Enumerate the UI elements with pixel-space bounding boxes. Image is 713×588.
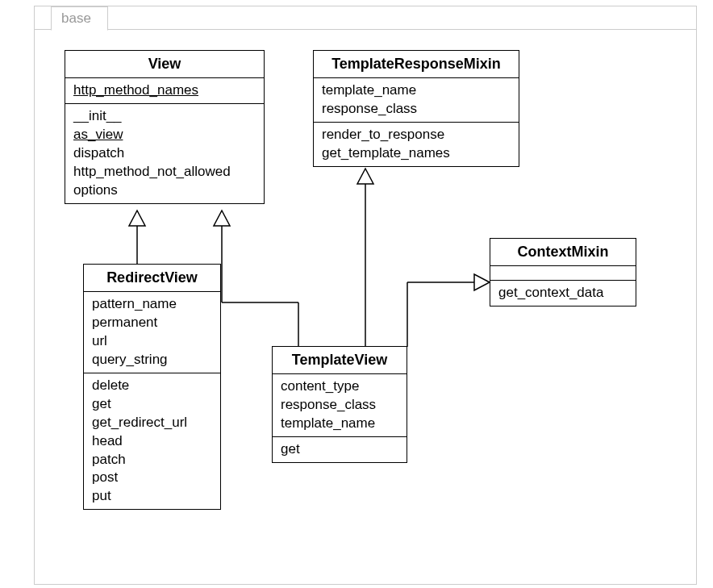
attribute: url — [92, 332, 212, 351]
method: get — [92, 395, 212, 414]
class-template-response-mixin: TemplateResponseMixin template_name resp… — [313, 50, 519, 167]
method: options — [73, 181, 256, 200]
attribute: permanent — [92, 314, 212, 332]
method: get_context_data — [498, 284, 628, 302]
method: dispatch — [73, 144, 256, 163]
attribute: pattern_name — [92, 295, 212, 314]
method: patch — [92, 451, 212, 469]
attribute: content_type — [281, 377, 398, 396]
method: get_redirect_url — [92, 414, 212, 432]
attribute: response_class — [281, 396, 398, 415]
class-context-mixin-title: ContextMixin — [490, 239, 636, 266]
class-template-response-mixin-attributes: template_name response_class — [314, 78, 519, 123]
class-template-view: TemplateView content_type response_class… — [272, 346, 407, 463]
class-context-mixin-methods: get_context_data — [490, 281, 636, 306]
class-template-view-methods: get — [273, 437, 407, 462]
class-template-response-mixin-methods: render_to_response get_template_names — [314, 123, 519, 166]
method: get — [281, 440, 398, 459]
attribute: template_name — [322, 81, 511, 100]
attribute: http_method_names — [73, 81, 256, 100]
package-label: base — [61, 10, 91, 26]
class-view-title: View — [65, 51, 264, 78]
class-view-methods: __init__ as_view dispatch http_method_no… — [65, 104, 264, 203]
class-redirect-view-title: RedirectView — [84, 265, 220, 292]
class-template-view-title: TemplateView — [273, 347, 407, 374]
class-redirect-view-attributes: pattern_name permanent url query_string — [84, 292, 220, 373]
attribute: response_class — [322, 100, 511, 119]
attribute: template_name — [281, 415, 398, 433]
class-redirect-view-methods: delete get get_redirect_url head patch p… — [84, 373, 220, 510]
package-tab: base — [51, 6, 108, 31]
method: render_to_response — [322, 126, 511, 144]
attribute: query_string — [92, 351, 212, 369]
method: http_method_not_allowed — [73, 163, 256, 181]
method: head — [92, 432, 212, 451]
class-context-mixin: ContextMixin get_context_data — [490, 238, 636, 307]
method: delete — [92, 377, 212, 395]
class-view: View http_method_names __init__ as_view … — [65, 50, 265, 204]
method: post — [92, 469, 212, 487]
class-template-response-mixin-title: TemplateResponseMixin — [314, 51, 519, 78]
method: put — [92, 487, 212, 506]
method: get_template_names — [322, 144, 511, 163]
method: as_view — [73, 126, 256, 144]
class-view-attributes: http_method_names — [65, 78, 264, 104]
method: __init__ — [73, 107, 256, 126]
class-template-view-attributes: content_type response_class template_nam… — [273, 374, 407, 437]
class-redirect-view: RedirectView pattern_name permanent url … — [83, 264, 221, 510]
class-context-mixin-attributes — [490, 266, 636, 281]
